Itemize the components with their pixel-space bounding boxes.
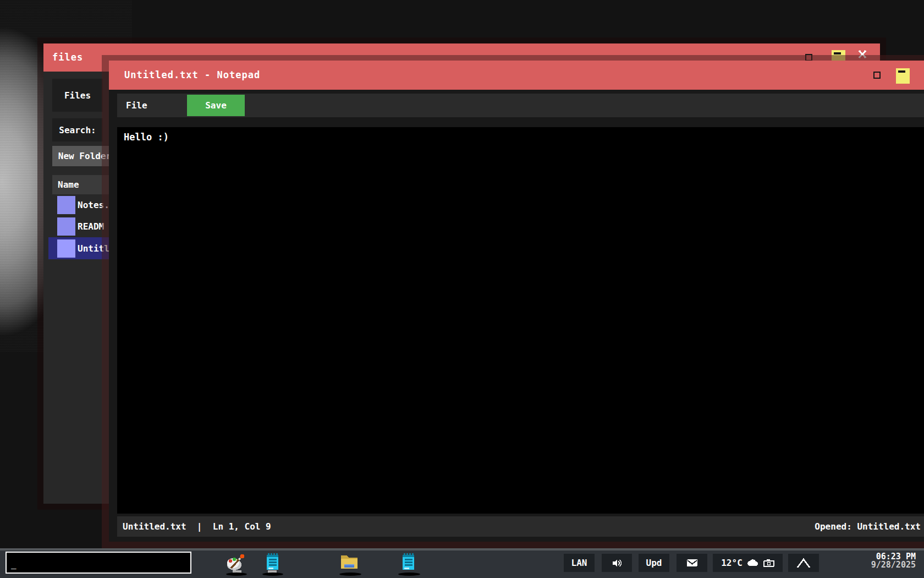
icon-shadow — [262, 572, 283, 576]
tray-mail[interactable] — [676, 554, 707, 572]
desktop: files Files Search: New Folder Name — [0, 0, 924, 578]
taskbar: _ — [0, 548, 924, 578]
notepad-titlebar[interactable]: Untitled.txt - Notepad — [109, 61, 924, 90]
notepad-window-inner: Untitled.txt - Notepad File Save Hello :… — [109, 61, 924, 542]
notepad-window-title: Untitled.txt - Notepad — [124, 69, 260, 80]
tray-network-lan[interactable]: LAN — [564, 554, 595, 572]
list-header-label: Name — [58, 179, 79, 190]
minimize-icon[interactable] — [896, 68, 910, 84]
notepad-text-area[interactable]: Hello :) — [117, 127, 924, 514]
file-icon — [57, 196, 75, 214]
save-button[interactable]: Save — [187, 95, 245, 116]
save-button-label: Save — [205, 100, 227, 111]
search-field[interactable]: Search: — [52, 118, 103, 141]
tray-weather[interactable]: 12°C — [713, 554, 783, 572]
editor-text: Hello :) — [124, 132, 169, 143]
tray-activity[interactable] — [788, 554, 819, 572]
notepad-statusbar: Untitled.txt | Ln 1, Col 9 Opened: Untit… — [117, 516, 924, 537]
notepad-window: Untitled.txt - Notepad File Save Hello :… — [102, 55, 924, 549]
maximize-icon[interactable] — [873, 72, 881, 79]
lan-label: LAN — [571, 558, 587, 568]
files-tab[interactable]: Files — [52, 79, 103, 112]
graph-peak-icon — [795, 558, 812, 569]
cloud-icon — [747, 559, 759, 566]
notebook-icon[interactable] — [401, 553, 416, 572]
tray-volume[interactable] — [602, 554, 632, 572]
taskbar-clock[interactable]: 06:23 PM 9/28/2025 — [847, 553, 916, 569]
files-tab-label: Files — [64, 90, 91, 101]
files-window-title: files — [52, 52, 83, 63]
folder-icon[interactable] — [340, 554, 359, 570]
mail-icon — [686, 558, 698, 568]
updates-label: Upd — [646, 558, 662, 568]
clock-date: 9/28/2025 — [847, 561, 916, 569]
file-icon — [57, 217, 75, 236]
status-opened-file: Opened: Untitled.txt — [815, 521, 921, 532]
file-icon — [57, 239, 75, 258]
icon-shadow — [226, 572, 247, 576]
notebook-icon[interactable] — [265, 553, 280, 572]
text-cursor: _ — [11, 559, 16, 570]
icon-shadow — [339, 572, 361, 576]
status-file-position: Untitled.txt | Ln 1, Col 9 — [123, 521, 271, 532]
notepad-menubar: File Save — [117, 94, 924, 117]
taskbar-search-input[interactable]: _ — [6, 552, 191, 574]
notepad-body: File Save Hello :) Untitled.txt | Ln 1, … — [109, 90, 924, 542]
file-name: READM — [78, 221, 104, 232]
camera-icon — [763, 559, 774, 567]
temperature-label: 12°C — [721, 558, 743, 568]
tray-updates[interactable]: Upd — [639, 554, 669, 572]
search-label: Search: — [59, 125, 96, 135]
speaker-icon — [612, 559, 623, 568]
icon-shadow — [398, 572, 420, 576]
file-menu[interactable]: File — [126, 100, 147, 111]
